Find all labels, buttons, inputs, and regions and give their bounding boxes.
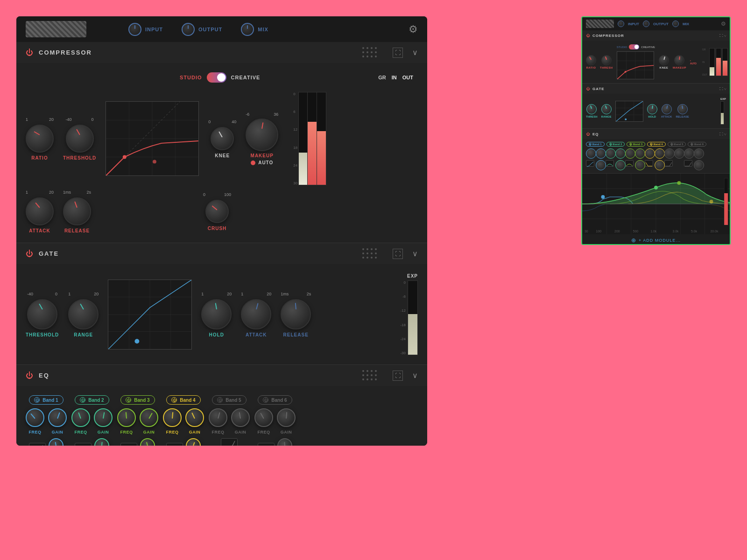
band-1-header[interactable]: ⏻ Band 1 <box>29 395 63 405</box>
band-4-power[interactable]: ⏻ <box>171 397 177 403</box>
mini-makeup-knob[interactable] <box>674 55 684 65</box>
mini-gate-hold-knob[interactable] <box>647 104 657 114</box>
mini-b2-shape[interactable] <box>606 160 614 167</box>
mini-eq-b1-freq-knob[interactable] <box>586 148 596 159</box>
band-3-shape-btn[interactable] <box>120 443 137 446</box>
mini-eq-power[interactable]: ⏻ <box>586 132 590 136</box>
mini-gate-expand[interactable]: ⛶ ∨ <box>719 87 726 91</box>
mini-comp-power[interactable]: ⏻ <box>586 34 590 38</box>
mini-band-tag-2[interactable]: ⏻ Band 2 <box>606 142 625 147</box>
mini-eq-b6-freq-knob[interactable] <box>684 148 694 159</box>
mix-knob[interactable] <box>241 23 254 36</box>
band-6-freq-knob[interactable] <box>254 408 273 427</box>
band-3-gain-knob[interactable] <box>140 408 158 427</box>
band-2-freq-knob[interactable] <box>71 408 90 427</box>
mini-input-knob[interactable] <box>618 21 624 27</box>
band-2-shape-btn[interactable] <box>75 443 92 446</box>
band-4-gain-knob[interactable] <box>185 408 204 427</box>
mini-band-tag-6[interactable]: ⏻ Band 6 <box>688 142 706 147</box>
mini-b5-shape[interactable] <box>664 160 673 167</box>
band-2-header[interactable]: ⏻ Band 2 <box>75 395 109 405</box>
band-2-power[interactable]: ⏻ <box>80 397 85 403</box>
band-5-shape-btn[interactable] <box>221 438 238 446</box>
mini-threshold-knob[interactable] <box>601 55 612 65</box>
mini-eq-b2-gain-knob[interactable] <box>615 148 626 159</box>
mini-eq-b3-q-knob[interactable] <box>635 160 645 170</box>
mini-mix-knob[interactable] <box>672 21 679 27</box>
band-3-power[interactable]: ⏻ <box>126 397 131 403</box>
mini-eq-b5-freq-knob[interactable] <box>664 148 675 159</box>
comp-release-knob[interactable] <box>63 197 91 225</box>
band-6-q-knob[interactable] <box>277 438 292 446</box>
mini-gate-threshold-knob[interactable] <box>586 104 597 114</box>
band-4-q-knob[interactable] <box>186 438 201 446</box>
mini-eq-b2-freq-knob[interactable] <box>606 148 616 159</box>
gate-release-knob[interactable] <box>281 299 311 329</box>
threshold-knob[interactable] <box>66 125 94 153</box>
compressor-collapse-icon[interactable]: ∨ <box>412 48 418 57</box>
mini-knee-knob[interactable] <box>659 55 669 65</box>
gate-expand-icon[interactable]: ⛶ <box>393 249 403 259</box>
mini-band-tag-3[interactable]: ⏻ Band 3 <box>627 142 645 147</box>
mini-gate-power[interactable]: ⏻ <box>586 87 590 91</box>
mini-band-tag-4[interactable]: ⏻ Band 4 <box>647 142 666 147</box>
ratio-knob[interactable] <box>26 125 54 153</box>
band-6-gain-knob[interactable] <box>277 408 296 427</box>
band-5-power[interactable]: ⏻ <box>217 397 223 403</box>
compressor-drag-handle[interactable] <box>362 47 378 58</box>
band-5-gain-knob[interactable] <box>231 408 250 427</box>
mini-band-tag-1[interactable]: ⏻ Band 1 <box>586 142 605 147</box>
band-5-freq-knob[interactable] <box>209 408 227 427</box>
mini-ratio-knob[interactable] <box>586 55 596 65</box>
auto-indicator[interactable]: AUTO <box>251 160 273 165</box>
compressor-expand-icon[interactable]: ⛶ <box>393 48 403 58</box>
band-2-gain-knob[interactable] <box>94 408 113 427</box>
settings-icon[interactable]: ⚙ <box>409 23 418 35</box>
eq-expand-icon[interactable]: ⛶ <box>393 371 403 381</box>
band-6-power[interactable]: ⏻ <box>263 397 268 403</box>
mini-b6-shape[interactable] <box>684 160 692 167</box>
mini-eq-b3-gain-knob[interactable] <box>635 148 645 159</box>
knee-knob[interactable] <box>211 127 234 150</box>
mode-toggle[interactable] <box>207 72 226 83</box>
mini-mode-toggle[interactable] <box>629 44 639 49</box>
band-2-q-knob[interactable] <box>94 438 109 446</box>
crush-knob[interactable] <box>205 200 229 223</box>
mini-gate-release-knob[interactable] <box>677 104 688 114</box>
mini-eq-expand[interactable]: ⛶ ∨ <box>719 132 726 136</box>
eq-power-icon[interactable]: ⏻ <box>26 371 33 380</box>
mini-eq-b6-q-knob[interactable] <box>694 160 704 170</box>
mini-b4-shape[interactable] <box>645 160 653 167</box>
band-1-q-knob[interactable] <box>49 438 63 446</box>
gate-attack-knob[interactable] <box>241 299 271 329</box>
band-5-header[interactable]: ⏻ Band 5 <box>212 395 246 405</box>
gate-range-knob[interactable] <box>68 299 99 329</box>
band-1-power[interactable]: ⏻ <box>34 397 40 403</box>
mini-eq-b6-gain-knob[interactable] <box>694 148 704 159</box>
mini-eq-b3-freq-knob[interactable] <box>625 148 635 159</box>
gate-collapse-icon[interactable]: ∨ <box>412 249 418 258</box>
compressor-power-icon[interactable]: ⏻ <box>26 49 33 57</box>
mini-settings-icon[interactable]: ⚙ <box>721 21 726 27</box>
mini-output-knob[interactable] <box>643 21 649 27</box>
gate-power-icon[interactable]: ⏻ <box>26 250 33 258</box>
mini-eq-b1-gain-knob[interactable] <box>596 148 606 159</box>
band-4-header[interactable]: ⏻ Band 4 <box>166 395 200 405</box>
makeup-knob[interactable] <box>246 119 278 151</box>
mini-eq-b1-q-knob[interactable] <box>596 160 606 170</box>
mini-eq-b5-gain-knob[interactable] <box>674 148 684 159</box>
band-6-header[interactable]: ⏻ Band 6 <box>258 395 292 405</box>
band-4-freq-knob[interactable] <box>163 408 182 427</box>
gate-drag-handle[interactable] <box>362 248 378 259</box>
mini-eq-b4-q-knob[interactable] <box>655 160 665 170</box>
band-3-q-knob[interactable] <box>140 438 155 446</box>
mini-eq-b2-q-knob[interactable] <box>615 160 626 170</box>
gate-hold-knob[interactable] <box>201 299 232 329</box>
mini-gate-range-knob[interactable] <box>601 104 612 114</box>
gate-threshold-knob[interactable] <box>27 299 57 329</box>
band-4-shape-btn[interactable] <box>166 443 183 446</box>
mini-eq-b4-freq-knob[interactable] <box>645 148 655 159</box>
comp-attack-knob[interactable] <box>26 197 54 225</box>
mini-b3-shape[interactable] <box>625 160 634 167</box>
eq-drag-handle[interactable] <box>362 370 378 381</box>
